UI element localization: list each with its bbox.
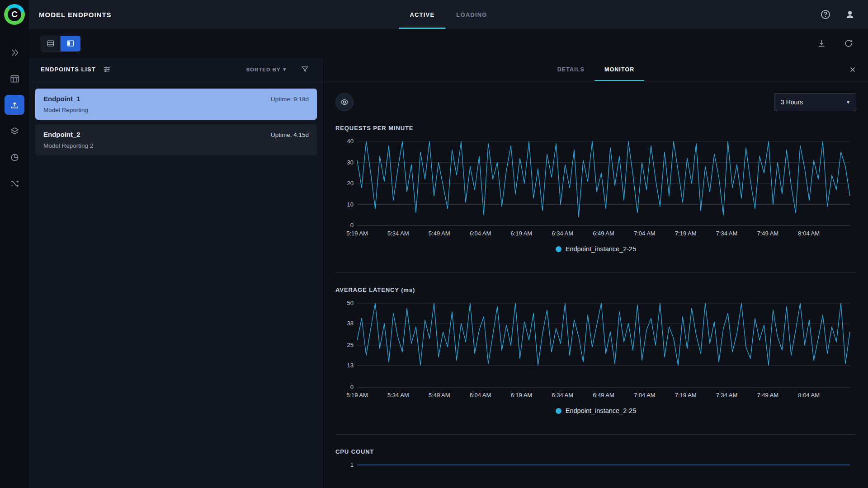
sidebar-item-pipelines[interactable] xyxy=(5,121,24,141)
tab-details[interactable]: DETAILS xyxy=(547,58,594,81)
tab-loading-label: LOADING xyxy=(456,11,487,18)
svg-text:0: 0 xyxy=(350,384,354,390)
svg-text:7:49 AM: 7:49 AM xyxy=(757,392,778,399)
legend-label: Endpoint_instance_2-25 xyxy=(566,245,636,253)
svg-text:6:49 AM: 6:49 AM xyxy=(593,392,614,399)
main-column: MODEL ENDPOINTS ACTIVE LOADING xyxy=(29,0,868,488)
tab-monitor-label: MONITOR xyxy=(604,66,635,73)
svg-text:7:19 AM: 7:19 AM xyxy=(675,230,697,237)
endpoint-row: Endpoint_2 Uptime: 4:15d xyxy=(43,131,309,138)
chart-legend[interactable]: Endpoint_instance_2-25 xyxy=(335,407,856,414)
avatar-button[interactable] xyxy=(842,6,858,23)
svg-text:6:19 AM: 6:19 AM xyxy=(510,392,532,399)
sidebar-item-workers[interactable] xyxy=(5,174,24,193)
logo-letter: C xyxy=(8,8,21,21)
endpoint-uptime: Uptime: 9:18d xyxy=(271,96,309,103)
sorted-by-dropdown[interactable]: SORTED BY ▾ xyxy=(246,66,286,72)
split-view-icon xyxy=(66,39,75,48)
svg-text:7:04 AM: 7:04 AM xyxy=(634,230,656,237)
tune-button[interactable] xyxy=(100,63,114,76)
table-view-button[interactable] xyxy=(41,36,61,52)
svg-text:6:49 AM: 6:49 AM xyxy=(593,230,614,237)
toolbar-actions xyxy=(814,36,856,51)
view-toggle xyxy=(41,36,80,52)
tab-details-label: DETAILS xyxy=(557,66,585,73)
layers-icon xyxy=(9,126,20,136)
double-chevron-right-icon xyxy=(9,47,20,58)
endpoints-list-title: ENDPOINTS LIST xyxy=(41,66,96,73)
tab-active-label: ACTIVE xyxy=(410,11,434,18)
svg-text:8:04 AM: 8:04 AM xyxy=(798,230,820,237)
reports-icon xyxy=(9,152,20,163)
cpu-chart-title: CPU COUNT xyxy=(335,448,856,455)
sidebar-item-datasets[interactable] xyxy=(5,69,24,89)
download-button[interactable] xyxy=(814,36,829,51)
monitor-controls: 3 Hours ▾ xyxy=(335,93,856,111)
sidebar-nav xyxy=(5,42,24,193)
latency-chart-section: AVERAGE LATENCY (ms) 0132538505:19 AM5:3… xyxy=(335,273,856,435)
svg-text:5:49 AM: 5:49 AM xyxy=(429,392,450,399)
svg-text:6:04 AM: 6:04 AM xyxy=(470,230,491,237)
table-view-icon xyxy=(46,39,55,48)
help-button[interactable] xyxy=(817,6,834,23)
chart-legend[interactable]: Endpoint_instance_2-25 xyxy=(335,245,856,253)
monitor-body: 3 Hours ▾ REQUESTS PER MINUTE 0102030405… xyxy=(324,81,868,488)
svg-text:7:34 AM: 7:34 AM xyxy=(716,230,738,237)
sorted-by-label: SORTED BY xyxy=(246,67,280,72)
endpoint-subtitle: Model Reporting 2 xyxy=(43,142,309,149)
filter-button[interactable] xyxy=(298,63,311,76)
svg-text:38: 38 xyxy=(347,320,354,327)
legend-dot-icon xyxy=(556,408,561,414)
monitor-tabs: DETAILS MONITOR xyxy=(324,58,868,81)
header-actions xyxy=(817,6,858,23)
help-icon xyxy=(820,9,831,20)
tab-monitor[interactable]: MONITOR xyxy=(594,58,645,81)
svg-text:7:34 AM: 7:34 AM xyxy=(716,392,738,399)
split-view-button[interactable] xyxy=(61,36,80,52)
requests-chart-section: REQUESTS PER MINUTE 0102030405:19 AM5:34… xyxy=(335,111,856,273)
endpoints-panel: ENDPOINTS LIST SORTED BY ▾ Endpoint_1 Up… xyxy=(29,58,324,488)
content-area: ENDPOINTS LIST SORTED BY ▾ Endpoint_1 Up… xyxy=(29,58,868,488)
requests-per-minute-chart: 0102030405:19 AM5:34 AM5:49 AM6:04 AM6:1… xyxy=(335,139,856,239)
tab-active[interactable]: ACTIVE xyxy=(399,0,445,29)
clearml-logo[interactable]: C xyxy=(0,0,29,29)
visibility-button[interactable] xyxy=(335,93,354,111)
monitor-panel: DETAILS MONITOR 3 Hours ▾ xyxy=(324,58,868,488)
svg-text:40: 40 xyxy=(347,139,354,145)
requests-chart-title: REQUESTS PER MINUTE xyxy=(335,125,856,131)
svg-text:6:34 AM: 6:34 AM xyxy=(552,230,573,237)
svg-text:13: 13 xyxy=(347,362,354,369)
svg-text:5:34 AM: 5:34 AM xyxy=(387,392,409,399)
endpoint-subtitle: Model Reporting xyxy=(43,107,309,113)
cpu-count-chart: 15:19 AM5:34 AM5:49 AM6:04 AM6:19 AM6:34… xyxy=(335,462,856,488)
sidebar: C xyxy=(0,0,29,488)
auto-refresh-button[interactable] xyxy=(841,36,856,51)
logo-ring-icon: C xyxy=(4,4,25,25)
tab-loading[interactable]: LOADING xyxy=(445,0,498,29)
svg-text:6:04 AM: 6:04 AM xyxy=(470,392,491,399)
toolbar xyxy=(29,29,868,58)
svg-text:50: 50 xyxy=(347,300,354,306)
svg-text:5:19 AM: 5:19 AM xyxy=(346,392,368,399)
sidebar-item-model-endpoints[interactable] xyxy=(5,95,24,115)
legend-label: Endpoint_instance_2-25 xyxy=(566,407,636,414)
svg-text:1: 1 xyxy=(350,462,354,468)
svg-text:6:34 AM: 6:34 AM xyxy=(552,392,573,399)
svg-text:7:49 AM: 7:49 AM xyxy=(757,230,778,237)
cpu-chart-section: CPU COUNT 15:19 AM5:34 AM5:49 AM6:04 AM6… xyxy=(335,435,856,488)
caret-down-icon: ▾ xyxy=(847,99,849,105)
endpoint-list-item-1[interactable]: Endpoint_1 Uptime: 9:18d Model Reporting xyxy=(35,89,317,120)
download-icon xyxy=(816,38,826,48)
svg-text:7:19 AM: 7:19 AM xyxy=(675,392,697,399)
close-panel-button[interactable] xyxy=(845,62,860,77)
sidebar-item-expand[interactable] xyxy=(5,42,24,62)
svg-text:8:04 AM: 8:04 AM xyxy=(798,392,820,399)
endpoint-list-item-2[interactable]: Endpoint_2 Uptime: 4:15d Model Reporting… xyxy=(35,124,317,155)
time-range-select[interactable]: 3 Hours ▾ xyxy=(774,93,856,111)
sidebar-item-reports[interactable] xyxy=(5,147,24,167)
svg-text:5:19 AM: 5:19 AM xyxy=(346,230,368,237)
filter-funnel-icon xyxy=(301,65,309,74)
refresh-icon xyxy=(844,38,854,48)
endpoint-list: Endpoint_1 Uptime: 9:18d Model Reporting… xyxy=(29,81,323,163)
pipelines-icon xyxy=(9,178,20,189)
